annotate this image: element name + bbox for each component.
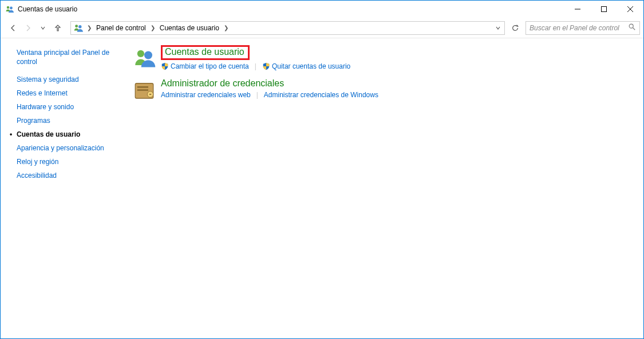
link-separator: | [255,62,256,70]
svg-point-6 [75,25,78,27]
chevron-right-icon[interactable]: ❯ [223,22,230,34]
category-links: Cambiar el tipo de cuenta|Quitar cuentas… [161,62,350,70]
link-label: Administrar credenciales web [161,91,251,99]
breadcrumb-item[interactable]: Panel de control [93,22,149,34]
window-title: Cuentas de usuario [18,5,77,13]
user-accounts-icon [73,23,84,33]
search-input[interactable] [530,24,628,32]
svg-rect-16 [149,94,152,95]
sidebar-item[interactable]: Hardware y sonido [17,103,115,111]
credential-manager-icon [132,78,156,102]
category-sublink[interactable]: Administrar credenciales web [161,91,251,99]
svg-point-7 [78,25,81,28]
recent-locations-dropdown[interactable] [36,21,50,35]
svg-line-9 [633,28,635,30]
control-panel-home-link[interactable]: Ventana principal del Panel de control [17,49,115,66]
sidebar-item[interactable]: Sistema y seguridad [17,75,115,83]
control-panel-window: Cuentas de usuario ❯ Panel de control ❯ … [0,0,644,339]
svg-point-10 [137,50,144,57]
search-box[interactable] [526,21,640,35]
sidebar-item[interactable]: Accesibilidad [17,172,115,180]
up-button[interactable] [51,21,65,35]
close-button[interactable] [617,1,643,18]
svg-rect-14 [137,89,148,91]
titlebar: Cuentas de usuario [1,1,643,18]
main-panel: Cuentas de usuarioCambiar el tipo de cue… [121,38,643,338]
svg-point-0 [7,6,9,9]
address-history-dropdown[interactable] [493,22,503,34]
search-icon [628,23,636,33]
navigation-bar: ❯ Panel de control ❯ Cuentas de usuario … [1,18,643,38]
link-label: Cambiar el tipo de cuenta [171,62,249,70]
minimize-button[interactable] [564,1,591,18]
maximize-button[interactable] [591,1,617,18]
category-section: Administrador de credencialesAdministrar… [132,78,632,102]
svg-rect-13 [137,86,148,88]
svg-point-1 [10,7,13,10]
user-accounts-icon [132,45,156,69]
sidebar-item[interactable]: Apariencia y personalización [17,144,115,152]
content-area: Ventana principal del Panel de control S… [1,38,643,338]
link-label: Quitar cuentas de usuario [272,62,350,70]
category-links: Administrar credenciales web|Administrar… [161,91,378,99]
svg-rect-3 [602,7,607,12]
category-title-link[interactable]: Administrador de credenciales [161,78,284,89]
link-separator: | [256,91,258,99]
category-sublink[interactable]: Administrar credenciales de Windows [264,91,378,99]
category-section: Cuentas de usuarioCambiar el tipo de cue… [132,45,632,70]
category-title-link[interactable]: Cuentas de usuario [161,45,250,60]
category-sublink[interactable]: Quitar cuentas de usuario [262,62,350,70]
sidebar-item[interactable]: Reloj y región [17,158,115,166]
svg-point-8 [629,24,633,28]
chevron-right-icon[interactable]: ❯ [86,22,93,34]
sidebar: Ventana principal del Panel de control S… [1,38,121,338]
user-accounts-icon [5,5,14,14]
refresh-button[interactable] [508,21,522,35]
sidebar-item[interactable]: Cuentas de usuario [17,130,115,138]
sidebar-item[interactable]: Redes e Internet [17,89,115,97]
category-sublink[interactable]: Cambiar el tipo de cuenta [161,62,249,70]
address-bar[interactable]: ❯ Panel de control ❯ Cuentas de usuario … [70,21,505,35]
sidebar-item[interactable]: Programas [17,117,115,125]
link-label: Administrar credenciales de Windows [264,91,378,99]
category-body: Cuentas de usuarioCambiar el tipo de cue… [161,45,350,70]
chevron-right-icon[interactable]: ❯ [149,22,156,34]
back-button[interactable] [6,21,20,35]
svg-point-11 [144,51,152,59]
category-body: Administrador de credencialesAdministrar… [161,78,378,99]
forward-button[interactable] [21,21,35,35]
breadcrumb-item[interactable]: Cuentas de usuario [156,22,223,34]
